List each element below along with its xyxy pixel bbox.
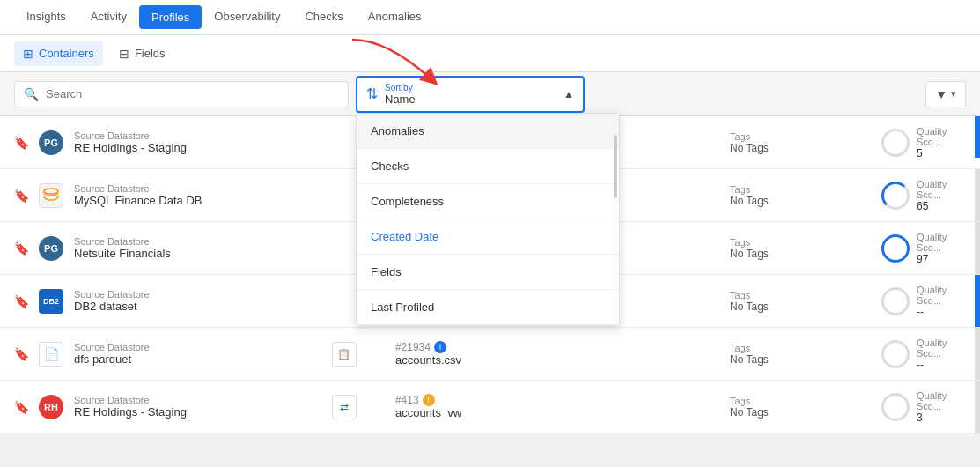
row-info: Source Datastore RE Holdings - Staging [74, 130, 374, 154]
row-db-icon: PG [39, 130, 63, 155]
search-input[interactable] [46, 87, 339, 100]
quality-label: Quality Sco... [917, 232, 961, 253]
nav-insights[interactable]: Insights [14, 1, 78, 33]
nav-anomalies[interactable]: Anomalies [356, 1, 434, 33]
quality-label: Quality Sco... [917, 285, 961, 306]
tags-value: No Tags [730, 353, 871, 366]
sort-dropdown: Anomalies Checks Completeness Created Da… [356, 113, 620, 326]
bookmark-icon[interactable]: 🔖 [14, 400, 28, 414]
fields-icon: ⊟ [119, 47, 129, 61]
row-hash-section: #21934 i accounts.csv [395, 341, 461, 367]
row-db-icon [39, 183, 63, 208]
row-tags-info: Tags No Tags [730, 396, 871, 419]
search-box: 🔍 [14, 81, 349, 107]
tags-value: No Tags [730, 300, 871, 313]
hash-text: #21934 [395, 341, 431, 353]
sort-option-fields[interactable]: Fields [357, 255, 619, 290]
row-type: Source Datastore [74, 130, 374, 141]
sort-dropdown-wrapper: ⇅ Sort by Name ▲ Anomalies Checks Comple… [356, 76, 585, 113]
nav-profiles[interactable]: Profiles [139, 5, 202, 29]
info-icon: i [434, 341, 446, 353]
row-blue-end [975, 381, 980, 433]
row-name: RE Holdings - Staging [74, 405, 321, 419]
row-name: RE Holdings - Staging [74, 141, 374, 154]
sort-option-created-date[interactable]: Created Date [357, 219, 619, 255]
row-tags-info: Tags No Tags [730, 290, 871, 313]
quality-label: Quality Sco... [917, 337, 961, 359]
containers-icon: ⊞ [23, 47, 33, 61]
tags-value: No Tags [730, 142, 871, 154]
row-type: Source Datastore [74, 395, 321, 405]
quality-label: Quality Sco... [917, 126, 961, 147]
bookmark-icon[interactable]: 🔖 [14, 241, 28, 256]
sort-button[interactable]: ⇅ Sort by Name ▲ [356, 76, 585, 113]
row-name: DB2 dataset [74, 300, 374, 313]
bookmark-icon[interactable]: 🔖 [14, 136, 28, 150]
row-blue-end [975, 328, 980, 380]
nav-checks[interactable]: Checks [292, 1, 355, 33]
sort-option-last-profiled[interactable]: Last Profiled [357, 290, 619, 325]
nav-activity[interactable]: Activity [78, 1, 139, 33]
row-blue-end [975, 222, 980, 274]
tags-label: Tags [730, 237, 871, 248]
row-tags-info: Tags No Tags [730, 237, 871, 260]
quality-circle [881, 129, 910, 157]
row-info: Source Datastore MySQL Finance Data DB [74, 183, 374, 207]
quality-value: -- [917, 359, 961, 371]
row-db-icon: 📄 [39, 342, 63, 367]
row-info: Source Datastore Netsuite Financials [74, 236, 374, 260]
tags-label: Tags [730, 131, 871, 142]
row-quality-info: Quality Sco... 97 [881, 232, 961, 265]
filter-button[interactable]: ▼ ▾ [925, 81, 966, 107]
row-tags-info: Tags No Tags [730, 184, 871, 207]
row-quality-info: Quality Sco... 65 [881, 179, 961, 212]
row-db-icon: RH [39, 395, 63, 419]
row-quality-info: Quality Sco... -- [881, 337, 961, 371]
hash-text: #413 [395, 394, 419, 406]
row-info: Source Datastore DB2 dataset [74, 289, 374, 313]
quality-circle [881, 287, 910, 315]
row-sub-name: accounts_vw [395, 406, 461, 419]
chevron-up-icon: ▲ [564, 88, 574, 100]
bookmark-icon[interactable]: 🔖 [14, 294, 28, 308]
sort-option-completeness[interactable]: Completeness [357, 184, 619, 219]
row-type: Source Datastore [74, 342, 321, 352]
table-row[interactable]: 🔖 📄 Source Datastore dfs parquet 📋 #2193… [0, 328, 980, 381]
tags-label: Tags [730, 184, 871, 195]
quality-label: Quality Sco... [917, 390, 961, 411]
row-type: Source Datastore [74, 289, 374, 300]
sort-option-checks[interactable]: Checks [357, 149, 619, 184]
row-file-icon[interactable]: 📋 [332, 342, 357, 367]
tags-value: No Tags [730, 406, 871, 419]
filter-chevron-icon: ▾ [951, 88, 956, 100]
bookmark-icon[interactable]: 🔖 [14, 189, 28, 203]
warning-icon: ! [423, 394, 435, 406]
quality-value: 97 [917, 253, 961, 265]
quality-circle [881, 340, 910, 368]
quality-value: 3 [917, 411, 961, 424]
bookmark-icon[interactable]: 🔖 [14, 347, 28, 361]
row-sub-name: accounts.csv [395, 353, 461, 367]
row-tags-info: Tags No Tags [730, 343, 871, 366]
row-quality-info: Quality Sco... -- [881, 285, 961, 318]
row-type: Source Datastore [74, 183, 374, 194]
toolbar: 🔍 ⇅ Sort by Name ▲ Anomalies Checks Comp… [0, 72, 980, 116]
quality-circle [881, 393, 910, 421]
sort-option-anomalies[interactable]: Anomalies [357, 114, 619, 149]
row-name: Netsuite Financials [74, 247, 374, 260]
subnav-containers[interactable]: ⊞ Containers [14, 41, 103, 66]
quality-value: 5 [917, 147, 961, 159]
row-name: dfs parquet [74, 352, 321, 366]
svg-point-0 [44, 189, 58, 194]
filter-icon: ▼ [935, 87, 947, 101]
nav-observability[interactable]: Observability [202, 1, 292, 33]
tags-label: Tags [730, 343, 871, 353]
sub-nav: ⊞ Containers ⊟ Fields [0, 35, 980, 72]
subnav-fields[interactable]: ⊟ Fields [110, 41, 174, 66]
table-row[interactable]: 🔖 RH Source Datastore RE Holdings - Stag… [0, 381, 980, 434]
quality-value: 65 [917, 200, 961, 212]
sort-az-icon: ⇅ [366, 85, 378, 102]
row-grid-icon[interactable]: ⇄ [332, 395, 357, 419]
search-icon: 🔍 [24, 87, 39, 101]
row-blue-end [975, 169, 980, 221]
